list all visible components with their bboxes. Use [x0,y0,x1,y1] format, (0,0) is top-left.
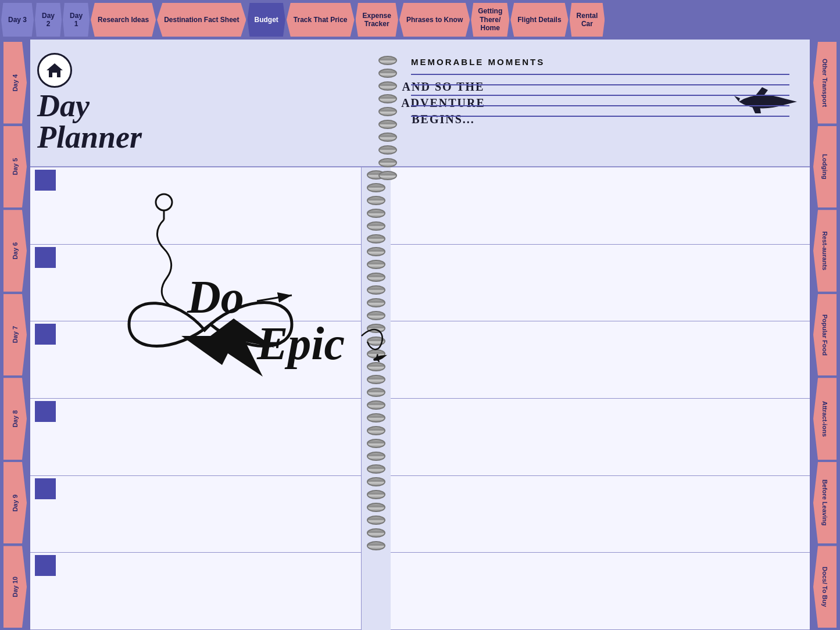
day5-label: Day 5 [12,158,19,175]
day-row-6 [30,167,361,245]
tab-rental-car[interactable]: RentalCar [570,3,605,37]
coil-14 [367,337,385,346]
sidebar-item-lodging[interactable]: Lodging [813,126,837,208]
tab-day3[interactable]: Day 3 [1,3,34,37]
header-left: Day Planner [37,53,200,153]
sidebar-item-day4[interactable]: Day 4 [3,42,27,124]
coil-29 [367,528,385,538]
tab-flight-details[interactable]: Flight Details [510,3,568,37]
coil-25 [367,477,385,486]
tab-phrases-to-know[interactable]: Phrases to Know [399,3,470,37]
right-rows [391,167,810,630]
coil-28 [367,516,385,525]
day-row-7 [30,245,361,322]
coil-18 [367,388,385,397]
restaurants-label: Rest-aurants [821,231,828,270]
moment-line-3 [411,95,789,96]
right-row-2 [391,245,810,322]
coil-20 [367,413,385,423]
day-row-9 [30,399,361,476]
spiral-binding [362,167,391,630]
memorable-lines [411,74,789,117]
moment-line-2 [411,84,789,85]
coil-9 [367,273,385,282]
attractions-label: Attract-ions [821,401,828,437]
day9-color-box [35,401,56,422]
sidebar-item-attractions[interactable]: Attract-ions [813,378,837,460]
moment-line-5 [411,116,789,117]
center-content: Day Planner AND SO THEADVENTUREBEGINS... [30,40,810,630]
tab-research-ideas[interactable]: Research Ideas [91,3,156,37]
before-leaving-label: Before Leaving [821,479,828,525]
sidebar-item-day10[interactable]: Day 10 [3,546,27,628]
day10-color-box [35,478,56,499]
coil-22 [367,439,385,448]
tab-budget[interactable]: Budget [247,3,285,37]
coil-15 [367,349,385,359]
memorable-moments-title: MEMORABLE MOMENTS [411,57,789,67]
docs-to-buy-label: Docs/ To Buy [821,567,828,607]
other-transport-label: Other Transport [821,59,828,107]
coil-26 [367,490,385,499]
coil-19 [367,400,385,410]
sidebar-item-day8[interactable]: Day 8 [3,378,27,460]
header-section: Day Planner AND SO THEADVENTUREBEGINS... [30,40,810,167]
right-row-4 [391,399,810,476]
right-sidebar: Other Transport Lodging Rest-aurants Pop… [810,40,840,630]
day-row-8 [30,321,361,399]
coil-3 [367,196,385,205]
sidebar-item-day6[interactable]: Day 6 [3,210,27,292]
day-row-10 [30,476,361,553]
tab-day1[interactable]: Day1 [63,3,90,37]
coil-23 [367,452,385,461]
planner-right-panel [391,167,810,630]
tab-expense-tracker[interactable]: ExpenseTracker [356,3,398,37]
day7-label: Day 7 [12,326,19,343]
right-row-1 [391,167,810,245]
day-row-extra [30,553,361,630]
moment-line-1 [411,74,789,75]
coil-8 [367,260,385,269]
memorable-content: MEMORABLE MOMENTS [402,51,798,160]
coil-30 [367,541,385,550]
coil-17 [367,375,385,384]
page-container: Day 3 Day2 Day1 Research Ideas Destinati… [0,0,840,630]
day8-label: Day 8 [12,410,19,427]
sidebar-item-restaurants[interactable]: Rest-aurants [813,210,837,292]
right-row-5 [391,476,810,553]
coil-27 [367,503,385,512]
sidebar-item-day7[interactable]: Day 7 [3,294,27,376]
lodging-label: Lodging [821,154,828,179]
sidebar-item-docs-to-buy[interactable]: Docs/ To Buy [813,546,837,628]
tab-track-that-price[interactable]: Track That Price [287,3,355,37]
day6-color-box [35,170,56,191]
left-sidebar: Day 4 Day 5 Day 6 Day 7 Day 8 Day 9 [0,40,30,630]
sidebar-item-popular-food[interactable]: Popular Food [813,294,837,376]
day9-label: Day 9 [12,495,19,511]
coil-7 [367,247,385,256]
home-button[interactable] [37,53,72,88]
tab-day2[interactable]: Day2 [35,3,62,37]
sidebar-item-day5[interactable]: Day 5 [3,126,27,208]
extra-color-box [35,555,56,576]
coil-12 [367,311,385,320]
tab-getting-there-home[interactable]: GettingThere/Home [471,3,509,37]
coil-24 [367,464,385,474]
sidebar-item-other-transport[interactable]: Other Transport [813,42,837,124]
tab-destination-fact-sheet[interactable]: Destination Fact Sheet [157,3,246,37]
top-nav: Day 3 Day2 Day1 Research Ideas Destinati… [0,0,840,40]
day4-label: Day 4 [12,74,19,91]
day-planner-title: Day Planner [37,90,142,153]
coil-2 [367,183,385,192]
sidebar-item-before-leaving[interactable]: Before Leaving [813,462,837,544]
right-row-3 [391,321,810,399]
coil-16 [367,362,385,371]
coil-11 [367,298,385,307]
planner-left-panel: Do Epic [30,167,362,630]
day10-label: Day 10 [12,577,19,597]
coil-13 [367,324,385,333]
sidebar-item-day9[interactable]: Day 9 [3,462,27,544]
page-body: Day 4 Day 5 Day 6 Day 7 Day 8 Day 9 [0,40,840,630]
day7-color-box [35,247,56,268]
popular-food-label: Popular Food [821,314,828,356]
